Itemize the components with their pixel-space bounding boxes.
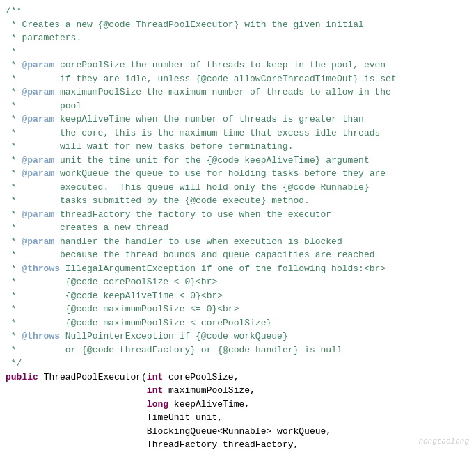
comment-star: * <box>6 167 22 181</box>
comment-text2: or { <box>196 343 223 357</box>
code-line-27: */ <box>6 357 470 371</box>
comment-text: * pool <box>6 99 81 113</box>
code-line-10: * the core, this is the maximum time tha… <box>6 127 470 140</box>
comment-text: * Creates a new { <box>6 18 103 32</box>
param2: maximumPoolSize, <box>163 384 255 398</box>
code-line-6: * if they are idle, unless {@code allowC… <box>6 72 470 86</box>
code-line-8: * pool <box>6 99 470 113</box>
keyword-public: public <box>6 371 38 384</box>
comment-code-tag: @code corePoolSize < 0}<br> <box>71 275 218 289</box>
keyword-int2: int <box>147 384 163 398</box>
javadoc-param2: @param <box>22 86 54 99</box>
code-line-23: * {@code maximumPoolSize <= 0}<br> <box>6 302 470 316</box>
comment-code-tag: @code maximumPoolSize <= 0}<br> <box>71 302 239 316</box>
javadoc-param5: @param <box>22 167 54 181</box>
comment-code-tag: @code execute} <box>190 194 266 208</box>
code-line-5: * @param corePoolSize the number of thre… <box>6 58 470 72</box>
code-line-32: BlockingQueue<Runnable> workQueue, <box>6 425 470 439</box>
code-line-20: * @throws IllegalArgumentException if on… <box>6 262 470 276</box>
comment-throws-text: NullPointerException if { <box>60 330 201 343</box>
code-line-28: public ThreadPoolExecutor(int corePoolSi… <box>6 371 470 384</box>
comment-text: * <box>6 45 17 59</box>
comment-text: * { <box>6 316 71 330</box>
comment-text: * executed. This queue will hold only th… <box>6 181 288 195</box>
comment-param-text: maximumPoolSize the maximum number of th… <box>54 86 391 99</box>
comment-code-tag: @code Runnable} <box>288 181 370 195</box>
code-line-30: long keepAliveTime, <box>6 398 470 412</box>
comment-param-text: keepAliveTime when the number of threads… <box>54 113 364 127</box>
constructor-name: ThreadPoolExecutor( <box>38 371 147 384</box>
comment-text2: is set <box>358 72 397 86</box>
comment-star: * <box>6 113 22 127</box>
param1: corePoolSize, <box>163 371 239 384</box>
javadoc-param4: @param <box>22 154 54 168</box>
code-line-26: * or {@code threadFactory} or {@code han… <box>6 343 470 357</box>
comment-text3: is null <box>299 343 342 357</box>
indent <box>6 438 147 452</box>
comment-text: * creates a new thread <box>6 221 168 235</box>
comment-text: * parameters. <box>6 31 81 45</box>
javadoc-throws: @throws <box>22 262 60 276</box>
code-line-29: int maximumPoolSize, <box>6 384 470 398</box>
comment-star: * <box>6 154 22 168</box>
comment-code-tag: @code keepAliveTime} <box>212 154 320 168</box>
javadoc-throws2: @throws <box>22 330 60 343</box>
comment-param-text: unit the time unit for the { <box>54 154 212 168</box>
comment-star: * <box>6 330 22 343</box>
comment-text2: with the given initial <box>239 18 363 32</box>
comment-star: * <box>6 58 22 72</box>
code-line-21: * {@code corePoolSize < 0}<br> <box>6 275 470 289</box>
comment-text: * { <box>6 302 71 316</box>
code-line-14: * executed. This queue will hold only th… <box>6 181 470 195</box>
comment-code-tag: @code ThreadPoolExecutor} <box>103 18 239 32</box>
comment-text: * if they are idle, unless { <box>6 72 201 86</box>
javadoc-param6: @param <box>22 208 54 222</box>
code-line-18: * @param handler the handler to use when… <box>6 235 470 249</box>
code-line-31: TimeUnit unit, <box>6 411 470 425</box>
watermark: hongtaolong <box>418 436 469 448</box>
keyword-long: long <box>147 398 168 412</box>
param4: TimeUnit unit, <box>147 411 223 425</box>
comment-throws-text: IllegalArgumentException if one of the f… <box>60 262 386 276</box>
code-line-7: * @param maximumPoolSize the maximum num… <box>6 86 470 99</box>
comment-code-tag: @code keepAliveTime < 0}<br> <box>71 289 223 303</box>
comment-param-text: workQueue the queue to use for holding t… <box>54 167 386 181</box>
indent <box>6 452 147 455</box>
code-line-22: * {@code keepAliveTime < 0}<br> <box>6 289 470 303</box>
code-line-11: * will wait for new tasks before termina… <box>6 140 470 154</box>
indent <box>6 384 147 398</box>
code-container: /** * Creates a new {@code ThreadPoolExe… <box>0 0 476 454</box>
comment-text2: argument <box>321 154 370 168</box>
javadoc-param3: @param <box>22 113 54 127</box>
comment-code-tag: @code workQueue} <box>201 330 288 343</box>
comment-text: * because the thread bounds and queue ca… <box>6 248 375 262</box>
indent <box>6 398 147 412</box>
comment-code-tag: @code threadFactory} <box>87 343 196 357</box>
comment-text: * { <box>6 275 71 289</box>
comment-text: * will wait for new tasks before termina… <box>6 140 293 154</box>
comment-code-tag: @code maximumPoolSize < corePoolSize} <box>71 316 272 330</box>
comment-text2: method. <box>266 194 309 208</box>
code-line-1: /** <box>6 4 470 18</box>
comment-code-tag2: @code handler} <box>223 343 299 357</box>
indent <box>6 411 147 425</box>
comment-text: /** <box>6 4 22 18</box>
code-line-34: RejectedExecutionHandler handler) { <box>6 452 470 455</box>
code-line-2: * Creates a new {@code ThreadPoolExecuto… <box>6 18 470 32</box>
comment-text: * the core, this is the maximum time tha… <box>6 127 380 140</box>
comment-code-tag: @code allowCoreThreadTimeOut} <box>201 72 358 86</box>
comment-star: * <box>6 86 22 99</box>
comment-end: */ <box>6 357 22 371</box>
param6: ThreadFactory threadFactory, <box>147 438 299 452</box>
code-line-4: * <box>6 45 470 59</box>
keyword-int: int <box>147 371 163 384</box>
javadoc-param7: @param <box>22 235 54 249</box>
comment-text: * or { <box>6 343 87 357</box>
comment-star: * <box>6 262 22 276</box>
comment-text: * { <box>6 289 71 303</box>
comment-star: * <box>6 235 22 249</box>
code-line-13: * @param workQueue the queue to use for … <box>6 167 470 181</box>
code-line-15: * tasks submitted by the {@code execute}… <box>6 194 470 208</box>
code-line-16: * @param threadFactory the factory to us… <box>6 208 470 222</box>
indent <box>6 425 147 439</box>
